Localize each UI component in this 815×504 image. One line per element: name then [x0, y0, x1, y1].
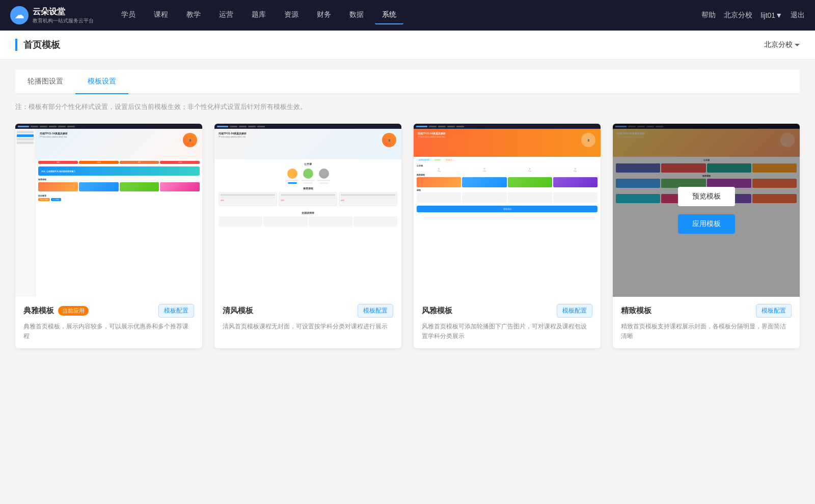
- config-t2-button[interactable]: 模板配置: [358, 304, 393, 318]
- main-nav: ☁ 云朵设堂 教育机构一站式服务云平台 学员课程教学运营题库资源财务数据系统 帮…: [0, 0, 815, 31]
- template-card-t4: 托福TPO1-54真题及解析 TP 英语 口语里克 成绩里克 面词表 详情 公开…: [613, 124, 800, 348]
- template-t2-desc: 清风首页模板课程无封面，可设置按学科分类对课程进行展示: [223, 322, 393, 331]
- tab-bar: 轮播图设置 模板设置: [15, 70, 800, 94]
- chevron-down-icon: [795, 44, 800, 46]
- template-preview-t3[interactable]: 托福TPO1-54真题及解析 TP 英语 口语里克 成绩里克 面词表 详情 👤 …: [414, 124, 601, 297]
- apply-t3-button[interactable]: 应用模板: [479, 214, 536, 234]
- template-t4-name: 精致模板: [621, 306, 651, 316]
- template-card-t1: 托福TPO1-54真题及解析 TP 英语 口语里克 成绩里克 面词表 详情 👤 …: [15, 124, 202, 348]
- logo-icon: ☁: [10, 6, 29, 24]
- template-t3-desc: 风雅首页模板可添加轮播图下广告图片，可对课程及课程包设置学科分类展示: [422, 322, 592, 341]
- templates-grid: 托福TPO1-54真题及解析 TP 英语 口语里克 成绩里克 面词表 详情 👤 …: [15, 124, 800, 348]
- config-t3-button[interactable]: 模板配置: [557, 304, 592, 318]
- template-t4-desc: 精致首页模板支持课程展示封面，各模板分隔明显，界面简洁清晰: [621, 322, 792, 341]
- apply-t1-button[interactable]: 应用模板: [80, 214, 138, 234]
- user-dropdown[interactable]: lijt01▼: [760, 11, 782, 19]
- template-t3-info: 风雅模板 模板配置 风雅首页模板可添加轮播图下广告图片，可对课程及课程包设置学科…: [414, 297, 601, 348]
- template-t4-info: 精致模板 模板配置 精致首页模板支持课程展示封面，各模板分隔明显，界面简洁清晰: [613, 297, 800, 348]
- template-t1-info: 典雅模板 当前应用 模板配置 典雅首页模板，展示内容较多，可以展示优惠券和多个推…: [15, 297, 202, 348]
- nav-menu: 学员课程教学运营题库资源财务数据系统: [114, 6, 701, 24]
- template-t2-info: 清风模板 模板配置 清风首页模板课程无封面，可设置按学科分类对课程进行展示: [214, 297, 401, 339]
- page-title: 首页模板: [15, 39, 60, 51]
- nav-right: 帮助 北京分校 lijt01▼ 退出: [701, 11, 805, 20]
- config-t1-button[interactable]: 模板配置: [158, 304, 194, 318]
- help-link[interactable]: 帮助: [701, 11, 716, 20]
- nav-item-财务[interactable]: 财务: [310, 6, 338, 24]
- template-t3-name: 风雅模板: [422, 306, 452, 316]
- nav-item-资源[interactable]: 资源: [277, 6, 306, 24]
- preview-t2-button[interactable]: 预览模板: [280, 187, 337, 206]
- tab-carousel[interactable]: 轮播图设置: [15, 70, 75, 94]
- apply-t2-button[interactable]: 应用模板: [280, 214, 337, 234]
- template-card-t2: 托福TPO1-54真题及解析 TP 英语 口语里克 成绩里克 面词表 详情 👤 …: [214, 124, 401, 348]
- preview-t3-button[interactable]: 预览模板: [479, 187, 536, 206]
- template-card-t3: 托福TPO1-54真题及解析 TP 英语 口语里克 成绩里克 面词表 详情 👤 …: [414, 124, 601, 348]
- logo: ☁ 云朵设堂 教育机构一站式服务云平台: [10, 6, 94, 24]
- logo-text: 云朵设堂 教育机构一站式服务云平台: [33, 7, 94, 24]
- logout-link[interactable]: 退出: [791, 11, 805, 20]
- tab-template[interactable]: 模板设置: [75, 70, 128, 94]
- template-t4-overlay-visible: 预览模板 应用模板: [613, 124, 800, 297]
- template-t1-name: 典雅模板: [23, 306, 54, 316]
- preview-t1-button[interactable]: 预览模板: [80, 187, 138, 206]
- nav-item-数据[interactable]: 数据: [342, 6, 371, 24]
- nav-item-教学[interactable]: 教学: [179, 6, 208, 24]
- nav-item-运营[interactable]: 运营: [212, 6, 240, 24]
- preview-t4-button[interactable]: 预览模板: [678, 187, 735, 206]
- template-preview-t4[interactable]: 托福TPO1-54真题及解析 TP 英语 口语里克 成绩里克 面词表 详情 公开…: [613, 124, 800, 297]
- nav-item-题库[interactable]: 题库: [244, 6, 273, 24]
- note-text: 注：模板有部分个性化样式设置，设置后仅当前模板生效；非个性化样式设置后针对所有模…: [15, 102, 800, 111]
- template-preview-t1[interactable]: 托福TPO1-54真题及解析 TP 英语 口语里克 成绩里克 面词表 详情 👤 …: [15, 124, 202, 297]
- template-preview-t2[interactable]: 托福TPO1-54真题及解析 TP 英语 口语里克 成绩里克 面词表 详情 👤 …: [214, 124, 401, 297]
- nav-item-课程[interactable]: 课程: [147, 6, 175, 24]
- template-t1-desc: 典雅首页模板，展示内容较多，可以展示优惠券和多个推荐课程: [23, 322, 194, 341]
- page-header: 首页模板 北京分校: [0, 31, 815, 60]
- content-area: 轮播图设置 模板设置 注：模板有部分个性化样式设置，设置后仅当前模板生效；非个性…: [0, 60, 815, 358]
- branch-selector[interactable]: 北京分校: [764, 40, 800, 49]
- nav-item-学员[interactable]: 学员: [114, 6, 143, 24]
- config-t4-button[interactable]: 模板配置: [756, 304, 792, 318]
- branch-link[interactable]: 北京分校: [724, 11, 752, 20]
- nav-item-系统[interactable]: 系统: [375, 6, 403, 24]
- template-t1-badge: 当前应用: [58, 306, 89, 316]
- apply-t4-button[interactable]: 应用模板: [678, 214, 735, 234]
- template-t2-name: 清风模板: [223, 306, 253, 316]
